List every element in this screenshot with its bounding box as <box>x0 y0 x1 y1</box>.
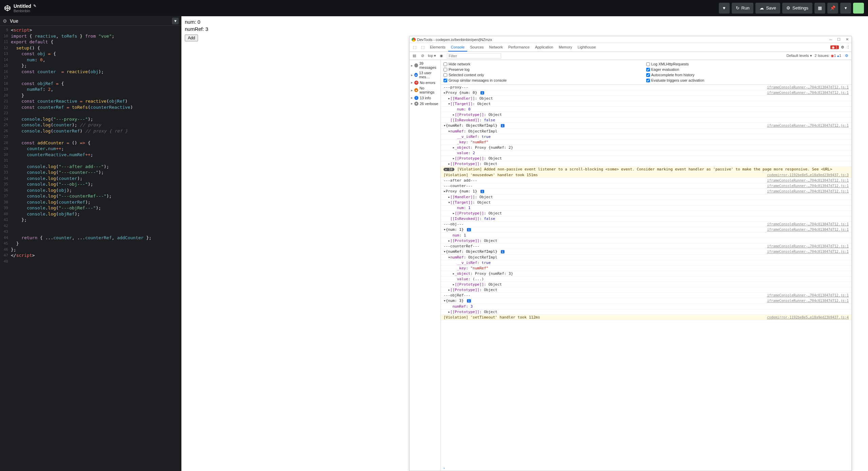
code-line[interactable]: 21 const counterReactive = reactive(objR… <box>0 98 181 104</box>
close-icon[interactable]: ✕ <box>845 37 849 42</box>
log-line[interactable]: [[IsRevoked]]: false <box>441 216 851 222</box>
tab-performance[interactable]: Performance <box>506 43 532 52</box>
inspect-icon[interactable]: ⬚ <box>411 45 418 49</box>
add-button[interactable]: Add <box>185 35 198 41</box>
code-line[interactable]: 32 console.log("---after add---"); <box>0 164 181 170</box>
code-line[interactable]: 22 const counterRef = toRefs(counterReac… <box>0 104 181 110</box>
code-line[interactable]: 14 num: 0, <box>0 57 181 63</box>
log-line[interactable]: num: 1 <box>441 233 851 238</box>
panel-dropdown[interactable]: ▾ <box>172 18 179 24</box>
code-line[interactable]: 48 <box>0 259 181 265</box>
code-line[interactable]: 16 const counter = reactive(obj); <box>0 69 181 75</box>
code-line[interactable]: 31 <box>0 158 181 164</box>
code-line[interactable]: 20 } <box>0 93 181 99</box>
sidebar-filter[interactable]: ▸⊘No errors <box>410 80 440 85</box>
code-line[interactable]: 23 <box>0 110 181 116</box>
log-line[interactable]: ▸[[Handler]]: Object <box>441 194 851 200</box>
tab-network[interactable]: Network <box>487 43 506 52</box>
devtools-gear-icon[interactable]: ⚙ <box>841 45 844 49</box>
log-line[interactable]: __v_isRef: true <box>441 260 851 266</box>
code-line[interactable]: 40 console.log(objRef); <box>0 211 181 217</box>
tab-application[interactable]: Application <box>532 43 556 52</box>
edit-icon[interactable]: ✎ <box>33 4 36 8</box>
filter-input[interactable] <box>447 53 501 59</box>
code-line[interactable]: 36 console.log(obj); <box>0 187 181 193</box>
log-line[interactable]: [Violation] 'setTimeout' handler took 11… <box>441 315 851 320</box>
log-line[interactable]: [[IsRevoked]]: false <box>441 118 851 123</box>
log-line[interactable]: ▸Proxy {num: 0} iiframeConsoleRunner-…70… <box>441 90 851 96</box>
code-line[interactable]: 41 }; <box>0 217 181 223</box>
log-line[interactable]: ▸ 18 [Violation] Added non-passive event… <box>441 167 851 172</box>
log-line[interactable]: ---counter---iframeConsoleRunner-…704c01… <box>441 183 851 189</box>
log-line[interactable]: ▸_object: Proxy {numRef: 3} <box>441 271 851 277</box>
log-line[interactable]: ▸[[Prototype]]: Object <box>441 156 851 161</box>
log-line[interactable]: value: (...) <box>441 277 851 282</box>
log-line[interactable]: ▾[[Target]]: Object <box>441 101 851 107</box>
console-prompt[interactable]: › <box>441 465 851 471</box>
sidebar-filter[interactable]: ▸39 messages <box>410 61 440 70</box>
console-option[interactable]: Hide network <box>443 61 646 67</box>
console-option[interactable]: Preserve log <box>443 67 646 72</box>
log-line[interactable]: [Violation] 'mousedown' handler took 151… <box>441 172 851 178</box>
log-line[interactable]: ▸Proxy {num: 1} iiframeConsoleRunner-…70… <box>441 189 851 194</box>
sidebar-toggle-icon[interactable]: ▤ <box>412 54 417 58</box>
code-line[interactable]: 45 } <box>0 241 181 247</box>
code-line[interactable]: 28 const addCounter = () => { <box>0 140 181 146</box>
log-line[interactable]: ---obj---iframeConsoleRunner-…704c013047… <box>441 222 851 227</box>
code-line[interactable]: 25 console.log(counter); // proxy <box>0 122 181 128</box>
tab-memory[interactable]: Memory <box>556 43 575 52</box>
console-log[interactable]: ---proxy---iframeConsoleRunner-…704c0130… <box>441 85 851 465</box>
devtools-more-icon[interactable]: ⋮ <box>846 45 850 49</box>
tab-lighthouse[interactable]: Lighthouse <box>575 43 598 52</box>
levels-selector[interactable]: Default levels ▾ <box>787 54 812 58</box>
context-selector[interactable]: top ▾ <box>428 54 436 58</box>
code-line[interactable]: 12 setup() { <box>0 45 181 51</box>
log-line[interactable]: num: 0 <box>441 107 851 112</box>
sidebar-filter[interactable]: ▸●13 user mes… <box>410 70 440 80</box>
minimize-icon[interactable]: ─ <box>828 37 833 42</box>
log-line[interactable]: ---objRef---iframeConsoleRunner-…704c013… <box>441 293 851 298</box>
log-line[interactable]: ▸[[Prototype]]: Object <box>441 287 851 293</box>
code-line[interactable]: 47</script> <box>0 252 181 259</box>
device-icon[interactable]: ⬚ <box>419 45 427 49</box>
pen-author[interactable]: Benbinbin <box>14 9 719 13</box>
log-line[interactable]: ▸[[Prototype]]: Object <box>441 211 851 216</box>
log-line[interactable]: ---counterRef---iframeConsoleRunner-…704… <box>441 244 851 249</box>
code-line[interactable]: 43 <box>0 229 181 235</box>
code-line[interactable]: 33 console.log("---counter---"); <box>0 169 181 176</box>
tab-elements[interactable]: Elements <box>427 43 448 52</box>
run-button[interactable]: ↻Run <box>732 3 754 14</box>
log-line[interactable]: _key: "numRef" <box>441 266 851 271</box>
code-line[interactable]: 10import { reactive, toRefs } from "vue"… <box>0 33 181 39</box>
code-line[interactable]: 11export default { <box>0 39 181 45</box>
code-line[interactable]: 46}; <box>0 247 181 253</box>
log-line[interactable]: ▾[[Target]]: Object <box>441 200 851 205</box>
code-line[interactable]: 35 console.log("---obj---"); <box>0 181 181 187</box>
console-settings-icon[interactable]: ⚙ <box>844 54 849 58</box>
tab-console[interactable]: Console <box>448 43 467 52</box>
chevron-down-button[interactable]: ▾ <box>840 3 851 14</box>
log-line[interactable]: ---proxy---iframeConsoleRunner-…704c0130… <box>441 85 851 90</box>
code-line[interactable]: 30 counterReactive.numRef++; <box>0 152 181 158</box>
code-line[interactable]: 26 console.log(counterRef) // proxy { re… <box>0 128 181 134</box>
code-line[interactable]: 13 const obj = { <box>0 51 181 57</box>
code-editor[interactable]: 9<script>10import { reactive, toRefs } f… <box>0 26 181 471</box>
issues-label[interactable]: 2 Issues: ◉1 ▴1 <box>815 54 841 58</box>
log-line[interactable]: ▾{numRef: ObjectRefImpl} iiframeConsoleR… <box>441 249 851 255</box>
console-option[interactable]: Eager evaluation <box>646 67 849 72</box>
log-line[interactable]: ▸[[Prototype]]: Object <box>441 238 851 244</box>
code-line[interactable]: 19 numRef: 2, <box>0 86 181 93</box>
log-line[interactable]: ▾{numRef: ObjectRefImpl} iiframeConsoleR… <box>441 123 851 129</box>
code-line[interactable]: 27 <box>0 134 181 140</box>
console-option[interactable]: Group similar messages in console <box>443 78 646 83</box>
sidebar-filter[interactable]: ▸▲No warnings <box>410 85 440 95</box>
log-line[interactable]: ▸[[Prototype]]: Object <box>441 161 851 167</box>
log-line[interactable]: ▸_object: Proxy {numRef: 2} <box>441 145 851 150</box>
log-line[interactable]: _key: "numRef" <box>441 140 851 145</box>
maximize-icon[interactable]: ☐ <box>836 37 841 42</box>
pen-title[interactable]: Untitled✎ <box>14 3 719 9</box>
tab-sources[interactable]: Sources <box>467 43 486 52</box>
avatar[interactable] <box>853 3 864 14</box>
console-option[interactable]: Selected context only <box>443 72 646 78</box>
console-option[interactable]: Log XMLHttpRequests <box>646 61 849 67</box>
